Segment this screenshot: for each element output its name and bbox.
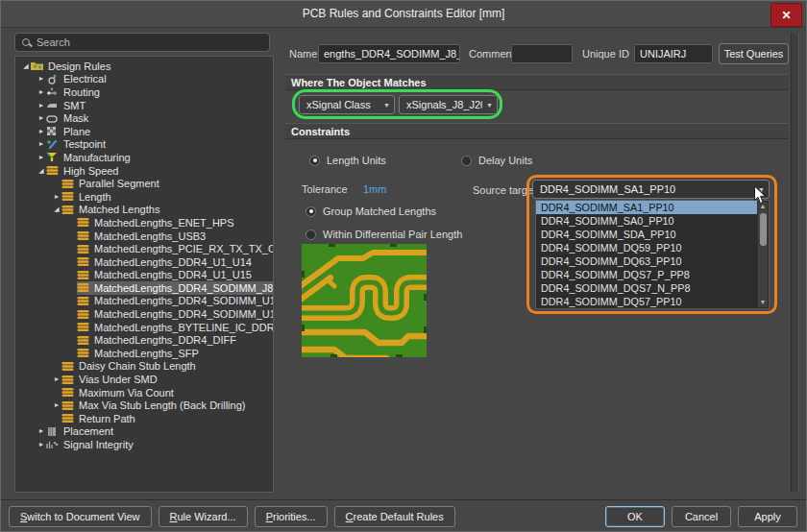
scope-combo[interactable]: xSignal Class ▼ bbox=[299, 95, 395, 114]
close-button[interactable]: ✕ bbox=[770, 3, 802, 27]
tree-item-matchedlengths-ddr4-u1-u15[interactable]: MatchedLengths_DDR4_U1_U15 bbox=[15, 269, 273, 282]
tree-expand-icon[interactable]: ▸ bbox=[37, 139, 46, 149]
tree-item-matched-lengths[interactable]: ◢Matched Lengths bbox=[15, 204, 273, 217]
tree-item-max-via-stub-length-back-drilling-[interactable]: ▸Max Via Stub Length (Back Drilling) bbox=[15, 399, 273, 412]
tree-expand-icon[interactable]: ◢ bbox=[37, 166, 46, 176]
dropdown-option[interactable]: DDR4_SODIMM_DQ63_PP10 bbox=[536, 254, 757, 268]
tree-expand-icon[interactable]: ▸ bbox=[37, 127, 46, 136]
apply-button[interactable]: Apply bbox=[738, 506, 797, 527]
pcb-rules-dialog: PCB Rules and Constraints Editor [mm] ✕ … bbox=[0, 0, 807, 532]
tree-expand-icon[interactable]: ▸ bbox=[52, 375, 61, 384]
cancel-button[interactable]: Cancel bbox=[672, 506, 731, 527]
tree-item-matchedlengths-enet-hps[interactable]: MatchedLengths_ENET_HPS bbox=[15, 216, 273, 230]
switch-to-document-view-button[interactable]: Switch to Document View bbox=[9, 506, 152, 527]
tree-item-matchedlengths-pcie-rx-tx-tx-c-clk[interactable]: MatchedLengths_PCIE_RX_TX_TX_C_CLK bbox=[15, 242, 273, 255]
rules-tree[interactable]: ◢Design Rules▸Electrical▸Routing▸SMT▸Mas… bbox=[14, 56, 274, 493]
tree-expand-icon[interactable]: ▸ bbox=[52, 400, 61, 410]
tree-item-smt[interactable]: ▸SMT bbox=[15, 99, 273, 112]
ok-button[interactable]: OK bbox=[605, 506, 665, 527]
tree-expand-icon[interactable]: ▸ bbox=[37, 426, 46, 436]
tree-item-signal-integrity[interactable]: ▸Signal Integrity bbox=[15, 438, 273, 451]
tree-item-label: MatchedLengths_ENET_HPS bbox=[91, 217, 234, 229]
group-matched-lengths-radio[interactable]: Group Matched Lengths bbox=[306, 206, 436, 217]
dropdown-option[interactable]: DDR4_SODIMM_DQS7_N_PP8 bbox=[536, 281, 757, 295]
unique-id-field[interactable]: UNIJAIRJ bbox=[634, 44, 713, 63]
title-bar[interactable]: PCB Rules and Constraints Editor [mm] ✕ bbox=[1, 1, 806, 28]
tree-item-matchedlengths-byteline-ic-ddr4[interactable]: MatchedLengths_BYTELINE_IC_DDR4 bbox=[15, 321, 273, 334]
dropdown-option[interactable]: DDR4_SODIMM_DQ57_PP10 bbox=[536, 295, 757, 308]
bars-icon bbox=[77, 348, 91, 358]
tree-item-matchedlengths-ddr4-sodimm-j8-j20[interactable]: MatchedLengths_DDR4_SODIMM_J8_J20 bbox=[15, 281, 273, 295]
tolerance-value[interactable]: 1mm bbox=[363, 183, 386, 195]
tree-item-manufacturing[interactable]: ▸Manufacturing bbox=[15, 151, 273, 164]
dropdown-option[interactable]: DDR4_SODIMM_SA0_PP10 bbox=[536, 214, 757, 228]
tree-item-matchedlengths-ddr4-u1-u14[interactable]: MatchedLengths_DDR4_U1_U14 bbox=[15, 255, 273, 269]
tree-expand-icon[interactable]: ▸ bbox=[37, 74, 46, 84]
close-icon: ✕ bbox=[781, 9, 791, 22]
tree-expand-icon[interactable]: ▸ bbox=[37, 153, 46, 162]
scroll-down-icon[interactable]: ▼ bbox=[758, 298, 768, 307]
tree-item-daisy-chain-stub-length[interactable]: Daisy Chain Stub Length bbox=[15, 360, 273, 374]
tree-expand-icon[interactable]: ▸ bbox=[37, 101, 46, 110]
name-field[interactable]: engths_DDR4_SODIMM_J8_J20 bbox=[318, 44, 460, 63]
source-target-dropdown-list[interactable]: DDR4_SODIMM_SA1_PP10DDR4_SODIMM_SA0_PP10… bbox=[535, 200, 770, 309]
rule-wizard--button[interactable]: Rule Wizard... bbox=[159, 506, 248, 527]
tree-item-matchedlengths-ddr4-sodimm-u1-j8[interactable]: MatchedLengths_DDR4_SODIMM_U1_J8 bbox=[15, 307, 273, 321]
tree-item-label: Maximum Via Count bbox=[76, 387, 174, 399]
tree-item-design-rules[interactable]: ◢Design Rules bbox=[15, 60, 273, 73]
bars-icon bbox=[77, 270, 91, 280]
tree-item-mask[interactable]: ▸Mask bbox=[15, 111, 273, 125]
unique-id-label: Unique ID bbox=[582, 48, 629, 60]
tree-expand-icon[interactable]: ◢ bbox=[21, 61, 31, 71]
tree-item-vias-under-smd[interactable]: ▸Vias Under SMD bbox=[15, 373, 273, 386]
tree-item-high-speed[interactable]: ◢High Speed bbox=[15, 164, 273, 178]
tree-item-label: Signal Integrity bbox=[61, 439, 134, 450]
tree-item-matchedlengths-sfp[interactable]: MatchedLengths_SFP bbox=[15, 347, 273, 360]
footer-right-buttons: OKCancelApply bbox=[605, 506, 797, 527]
dropdown-option[interactable]: DDR4_SODIMM_DQS7_P_PP8 bbox=[536, 268, 757, 281]
within-diff-pair-radio[interactable]: Within Differential Pair Length bbox=[306, 229, 462, 240]
tree-expand-icon[interactable]: ▸ bbox=[52, 192, 61, 202]
priorities--button[interactable]: Priorities... bbox=[255, 506, 328, 527]
tree-item-length[interactable]: ▸Length bbox=[15, 190, 273, 204]
tree-item-maximum-via-count[interactable]: Maximum Via Count bbox=[15, 386, 273, 399]
bars-icon bbox=[61, 375, 76, 385]
tree-item-routing[interactable]: ▸Routing bbox=[15, 85, 273, 99]
comment-field[interactable] bbox=[511, 44, 573, 63]
create-default-rules-button[interactable]: Create Default Rules bbox=[334, 506, 455, 527]
dropdown-option[interactable]: DDR4_SODIMM_SA1_PP10 bbox=[536, 201, 757, 214]
tree-expand-icon[interactable]: ▸ bbox=[37, 440, 46, 449]
dropdown-option[interactable]: DDR4_SODIMM_DQ59_PP10 bbox=[536, 241, 757, 254]
routing-icon bbox=[46, 86, 61, 97]
test-queries-button[interactable]: Test Queries bbox=[719, 43, 789, 64]
tree-expand-icon[interactable]: ▸ bbox=[37, 87, 46, 97]
tree-item-placement[interactable]: ▸Placement bbox=[15, 425, 273, 439]
tree-expand-icon[interactable]: ▸ bbox=[37, 113, 46, 123]
electrical-icon bbox=[46, 74, 61, 85]
tree-expand-icon[interactable]: ◢ bbox=[52, 205, 61, 214]
source-target-combo[interactable]: DDR4_SODIMM_SA1_PP10 ▼ bbox=[532, 180, 770, 199]
tree-item-label: MatchedLengths_DDR4_U1_U15 bbox=[91, 269, 252, 280]
tree-item-return-path[interactable]: Return Path bbox=[15, 412, 273, 425]
dropdown-scrollbar[interactable]: ▲ ▼ bbox=[757, 202, 768, 307]
search-input[interactable]: Search bbox=[14, 33, 270, 52]
tree-item-label: Parallel Segment bbox=[76, 178, 159, 189]
panel-scroll-strip[interactable] bbox=[791, 33, 799, 493]
tree-item-electrical[interactable]: ▸Electrical bbox=[15, 73, 273, 86]
length-units-radio[interactable]: Length Units bbox=[309, 155, 386, 166]
tree-item-label: Design Rules bbox=[45, 60, 110, 72]
dropdown-option[interactable]: DDR4_SODIMM_SDA_PP10 bbox=[536, 228, 757, 241]
delay-units-radio[interactable]: Delay Units bbox=[461, 155, 532, 166]
plane-icon bbox=[46, 126, 61, 136]
tree-item-testpoint[interactable]: ▸Testpoint bbox=[15, 138, 273, 152]
tree-item-matchedlengths-usb3[interactable]: MatchedLengths_USB3 bbox=[15, 230, 273, 243]
xsignal-class-combo[interactable]: xSignals_J8_J20 ▼ bbox=[399, 95, 498, 114]
scrollbar-thumb[interactable] bbox=[760, 213, 767, 246]
dialog-title: PCB Rules and Constraints Editor [mm] bbox=[1, 7, 806, 20]
testpoint-icon bbox=[46, 139, 61, 150]
tree-item-plane[interactable]: ▸Plane bbox=[15, 125, 273, 138]
tree-item-label: Placement bbox=[61, 425, 113, 437]
tree-item-matchedlengths-ddr4-diff[interactable]: MatchedLengths_DDR4_DIFF bbox=[15, 333, 273, 347]
tree-item-parallel-segment[interactable]: Parallel Segment bbox=[15, 177, 273, 190]
tree-item-matchedlengths-ddr4-sodimm-u1-j20[interactable]: MatchedLengths_DDR4_SODIMM_U1_J20 bbox=[15, 295, 273, 308]
